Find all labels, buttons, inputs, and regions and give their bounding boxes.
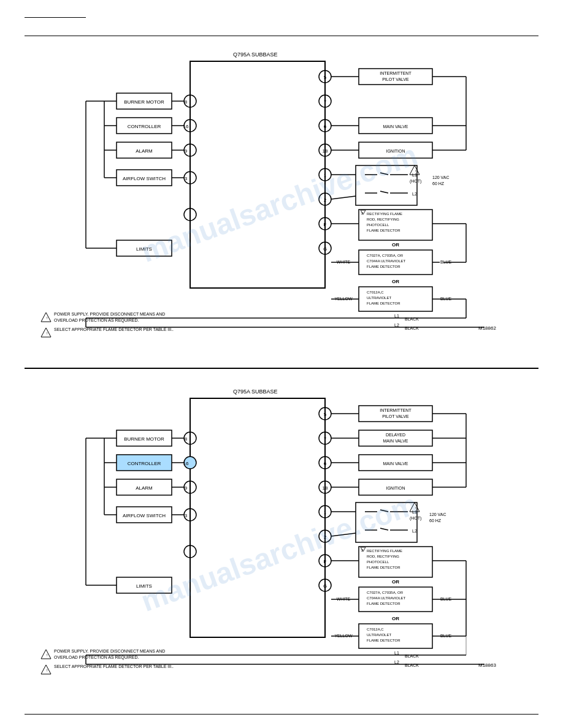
svg-text:(HOT): (HOT) — [410, 179, 421, 184]
svg-text:L2: L2 — [394, 323, 399, 327]
svg-text:!: ! — [47, 653, 48, 657]
svg-text:ROD, RECTIFYING: ROD, RECTIFYING — [367, 218, 399, 221]
svg-text:L2: L2 — [412, 192, 417, 196]
svg-text:F: F — [324, 559, 327, 564]
svg-text:3: 3 — [185, 513, 188, 518]
svg-text:MAIN VALVE: MAIN VALVE — [383, 461, 408, 466]
svg-text:L1: L1 — [394, 314, 399, 318]
svg-text:ALARM: ALARM — [136, 485, 153, 491]
svg-text:LIMITS: LIMITS — [136, 583, 152, 589]
svg-text:ULTRAVIOLET: ULTRAVIOLET — [367, 633, 391, 637]
svg-text:OVERLOAD PROTECTION AS REQUIRE: OVERLOAD PROTECTION AS REQUIRED. — [54, 655, 139, 660]
svg-text:!: ! — [47, 332, 48, 335]
svg-text:LIMITS: LIMITS — [136, 246, 152, 252]
svg-line-78 — [331, 196, 356, 199]
svg-text:C7012A,C: C7012A,C — [367, 290, 384, 294]
svg-text:PILOT VALVE: PILOT VALVE — [382, 414, 409, 419]
svg-text:2: 2 — [361, 211, 363, 215]
svg-text:1: 1 — [324, 173, 327, 178]
svg-text:6: 6 — [324, 124, 327, 129]
svg-text:C7044A ULTRAVIOLET: C7044A ULTRAVIOLET — [367, 596, 405, 600]
svg-line-196 — [380, 510, 388, 512]
svg-text:Q795A SUBBASE: Q795A SUBBASE — [233, 389, 278, 395]
svg-text:2: 2 — [361, 548, 363, 552]
svg-text:AIRFLOW SWITCH: AIRFLOW SWITCH — [123, 513, 166, 518]
svg-text:PHOTOCELL: PHOTOCELL — [367, 223, 389, 227]
svg-text:ROD, RECTIFYING: ROD, RECTIFYING — [367, 555, 399, 558]
diagram1: Q795A SUBBASE 8 16 9 3 — [25, 43, 538, 355]
svg-text:FLAME DETECTOR: FLAME DETECTOR — [367, 602, 400, 605]
svg-text:7: 7 — [324, 99, 327, 105]
svg-text:FLAME DETECTOR: FLAME DETECTOR — [367, 229, 400, 232]
svg-marker-123 — [41, 328, 51, 337]
svg-rect-194 — [356, 502, 417, 542]
svg-text:Q795A SUBBASE: Q795A SUBBASE — [233, 51, 278, 58]
svg-text:BLACK: BLACK — [405, 663, 419, 667]
svg-text:FLAME DETECTOR: FLAME DETECTOR — [367, 301, 400, 305]
svg-text:7: 7 — [324, 436, 327, 442]
top-line — [25, 36, 538, 36]
svg-text:DELAYED: DELAYED — [386, 433, 405, 437]
svg-rect-63 — [356, 165, 417, 205]
svg-text:2: 2 — [324, 197, 327, 203]
svg-text:MAIN VALVE: MAIN VALVE — [383, 439, 408, 443]
svg-marker-119 — [41, 313, 51, 322]
svg-text:L2: L2 — [394, 660, 399, 664]
svg-text:SELECT APPROPRIATE FLAME DETEC: SELECT APPROPRIATE FLAME DETECTOR PER TA… — [54, 664, 174, 669]
svg-text:INTERMITTENT: INTERMITTENT — [380, 71, 412, 75]
svg-text:BLACK: BLACK — [405, 654, 419, 658]
svg-text:L1: L1 — [394, 651, 399, 655]
mid-line — [25, 368, 538, 369]
svg-marker-249 — [41, 650, 51, 659]
svg-text:8: 8 — [185, 436, 188, 442]
svg-marker-253 — [41, 665, 51, 674]
svg-text:5: 5 — [324, 412, 327, 417]
svg-text:CONTROLLER: CONTROLLER — [128, 124, 161, 129]
diagram1-svg: Q795A SUBBASE 8 16 9 3 — [25, 43, 538, 355]
svg-text:5: 5 — [324, 75, 327, 80]
svg-text:INTERMITTENT: INTERMITTENT — [380, 408, 412, 412]
svg-text:C7044A ULTRAVIOLET: C7044A ULTRAVIOLET — [367, 259, 405, 263]
svg-text:BURNER MOTOR: BURNER MOTOR — [124, 436, 164, 442]
svg-text:(HOT): (HOT) — [410, 516, 421, 521]
page: manualsarchive.com manualsarchive.com Q7… — [0, 0, 563, 728]
svg-text:C7027A, C7035A, OR: C7027A, C7035A, OR — [367, 591, 404, 594]
svg-text:!: ! — [47, 669, 48, 672]
svg-text:SELECT APPROPRIATE FLAME DETEC: SELECT APPROPRIATE FLAME DETECTOR PER TA… — [54, 327, 174, 332]
svg-text:60 HZ: 60 HZ — [429, 518, 442, 523]
svg-text:PHOTOCELL: PHOTOCELL — [367, 560, 389, 564]
diagram2-svg: Q795A SUBBASE 8 16 9 3 5 7 6 — [25, 380, 538, 705]
svg-text:G: G — [323, 246, 327, 252]
svg-text:6: 6 — [324, 461, 327, 466]
svg-rect-126 — [190, 398, 325, 637]
svg-text:!: ! — [47, 316, 48, 320]
svg-text:120 VAC: 120 VAC — [432, 175, 450, 180]
diagram2: Q795A SUBBASE 8 16 9 3 5 7 6 — [25, 380, 538, 705]
svg-text:OR: OR — [392, 242, 399, 248]
svg-text:IGNITION: IGNITION — [386, 149, 405, 153]
svg-line-199 — [380, 528, 388, 530]
svg-text:FLAME DETECTOR: FLAME DETECTOR — [367, 639, 400, 642]
svg-text:C7012A,C: C7012A,C — [367, 628, 384, 631]
svg-text:IGNITION: IGNITION — [386, 486, 405, 490]
svg-text:OR: OR — [392, 279, 399, 284]
svg-text:AIRFLOW SWITCH: AIRFLOW SWITCH — [123, 176, 166, 181]
svg-line-65 — [380, 173, 388, 175]
svg-text:OVERLOAD PROTECTION AS REQUIRE: OVERLOAD PROTECTION AS REQUIRED. — [54, 318, 139, 323]
svg-text:FLAME DETECTOR: FLAME DETECTOR — [367, 566, 400, 569]
svg-text:60 HZ: 60 HZ — [432, 181, 445, 186]
svg-text:MAIN VALVE: MAIN VALVE — [383, 124, 408, 129]
svg-line-68 — [380, 191, 388, 193]
svg-text:BLACK: BLACK — [405, 326, 419, 330]
svg-text:M18863: M18863 — [478, 662, 496, 668]
svg-text:120 VAC: 120 VAC — [429, 512, 446, 517]
bottom-line — [25, 714, 538, 715]
svg-text:F: F — [324, 222, 327, 227]
svg-text:OR: OR — [392, 616, 399, 621]
svg-text:G: G — [323, 583, 327, 589]
svg-text:18: 18 — [323, 148, 328, 154]
svg-text:ALARM: ALARM — [136, 148, 153, 154]
svg-text:9: 9 — [185, 148, 188, 154]
svg-text:8: 8 — [185, 99, 188, 105]
svg-text:16: 16 — [183, 124, 189, 129]
